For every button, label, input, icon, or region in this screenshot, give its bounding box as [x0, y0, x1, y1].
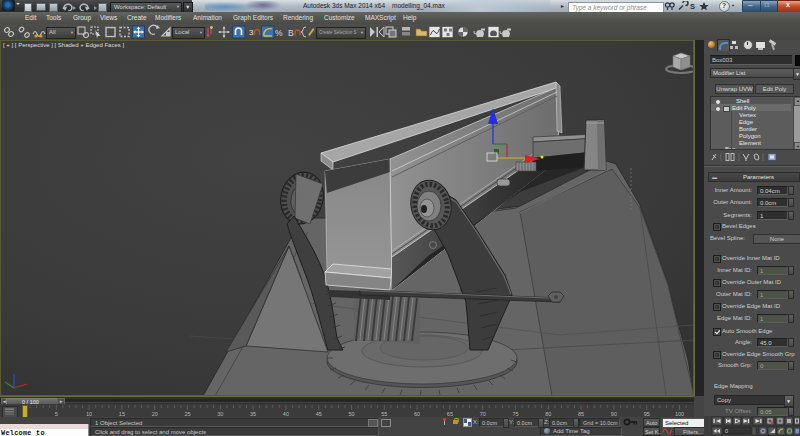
svg-text:B: B — [288, 28, 294, 38]
svg-text:%: % — [275, 28, 283, 38]
svg-text:0: 0 — [725, 428, 728, 434]
svg-text:S: S — [690, 2, 695, 11]
svg-text:3: 3 — [249, 28, 254, 37]
